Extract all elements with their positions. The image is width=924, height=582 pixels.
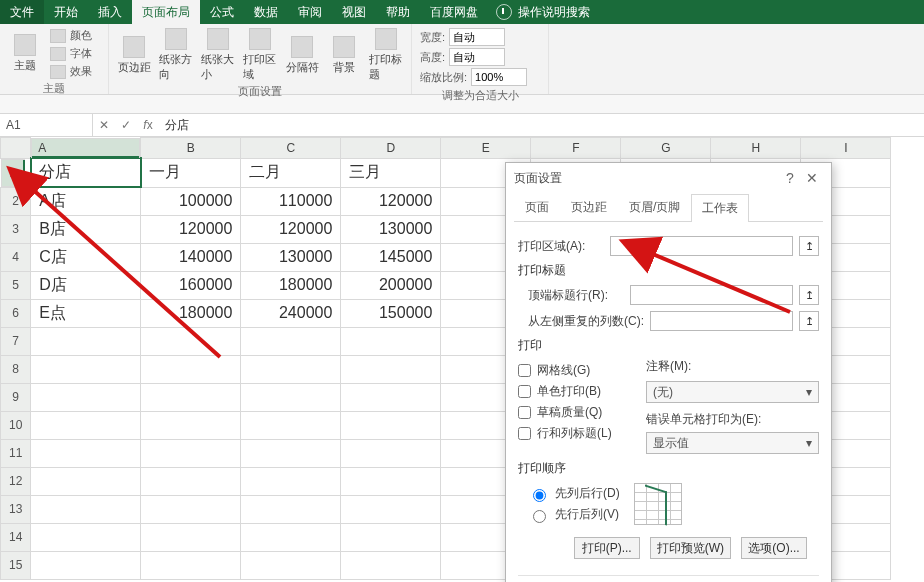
col-header-C[interactable]: C [241, 138, 341, 159]
col-header-I[interactable]: I [801, 138, 891, 159]
input-left-col[interactable] [650, 311, 793, 331]
cell[interactable] [341, 383, 441, 411]
cell[interactable]: 140000 [141, 243, 241, 271]
picker-print-area[interactable]: ↥ [799, 236, 819, 256]
fit-height[interactable]: 高度: [420, 48, 540, 66]
cell[interactable] [341, 495, 441, 523]
cell[interactable] [341, 411, 441, 439]
cell[interactable] [141, 355, 241, 383]
row-header[interactable]: 14 [1, 523, 31, 551]
cell[interactable] [241, 327, 341, 355]
cell[interactable]: 130000 [241, 243, 341, 271]
breaks-button[interactable]: 分隔符 [285, 36, 319, 75]
cell[interactable]: 110000 [241, 187, 341, 215]
tab-home[interactable]: 开始 [44, 0, 88, 24]
cell[interactable] [341, 439, 441, 467]
cell[interactable] [31, 467, 141, 495]
cell[interactable]: 三月 [341, 158, 441, 187]
picker-left-col[interactable]: ↥ [799, 311, 819, 331]
dlg-tab-header[interactable]: 页眉/页脚 [618, 193, 691, 221]
dialog-close-icon[interactable]: ✕ [801, 170, 823, 186]
input-top-row[interactable] [630, 285, 793, 305]
fit-height-input[interactable] [449, 48, 505, 66]
cell[interactable]: D店 [31, 271, 141, 299]
cell[interactable] [241, 467, 341, 495]
radio-down-over[interactable] [533, 489, 546, 502]
background-button[interactable]: 背景 [327, 36, 361, 75]
row-header[interactable]: 12 [1, 467, 31, 495]
cell[interactable]: 200000 [341, 271, 441, 299]
cell[interactable] [141, 327, 241, 355]
cell[interactable]: 120000 [341, 187, 441, 215]
cell[interactable] [31, 327, 141, 355]
tab-insert[interactable]: 插入 [88, 0, 132, 24]
cell[interactable] [341, 355, 441, 383]
col-header-G[interactable]: G [621, 138, 711, 159]
cell[interactable] [141, 495, 241, 523]
cell[interactable] [31, 551, 141, 579]
cell[interactable]: 100000 [141, 187, 241, 215]
cancel-fx-icon[interactable]: ✕ [93, 118, 115, 132]
enter-fx-icon[interactable]: ✓ [115, 118, 137, 132]
theme-fonts[interactable]: 字体 [50, 46, 92, 61]
row-header[interactable]: 3 [1, 215, 31, 243]
fit-width[interactable]: 宽度: [420, 28, 540, 46]
cell[interactable] [341, 467, 441, 495]
col-header-B[interactable]: B [141, 138, 241, 159]
cell[interactable] [241, 439, 341, 467]
row-header[interactable]: 4 [1, 243, 31, 271]
cell[interactable]: C店 [31, 243, 141, 271]
dialog-help-icon[interactable]: ? [779, 170, 801, 186]
tab-review[interactable]: 审阅 [288, 0, 332, 24]
theme-colors[interactable]: 颜色 [50, 28, 92, 43]
cell[interactable]: 130000 [341, 215, 441, 243]
themes-button[interactable]: 主题 [8, 34, 42, 73]
cell[interactable] [241, 551, 341, 579]
margins-button[interactable]: 页边距 [117, 36, 151, 75]
cb-draft[interactable] [518, 406, 531, 419]
cell[interactable]: 120000 [241, 215, 341, 243]
fit-width-input[interactable] [449, 28, 505, 46]
dlg-tab-sheet[interactable]: 工作表 [691, 194, 749, 222]
fit-scale[interactable]: 缩放比例: [420, 68, 540, 86]
col-header-F[interactable]: F [531, 138, 621, 159]
tab-data[interactable]: 数据 [244, 0, 288, 24]
cell[interactable]: 二月 [241, 158, 341, 187]
row-header[interactable]: 15 [1, 551, 31, 579]
formula-input[interactable]: 分店 [159, 114, 924, 136]
cell[interactable]: B店 [31, 215, 141, 243]
cell[interactable] [141, 523, 241, 551]
col-header-H[interactable]: H [711, 138, 801, 159]
select-all-corner[interactable] [1, 138, 31, 159]
cell[interactable]: A店 [31, 187, 141, 215]
tab-page-layout[interactable]: 页面布局 [132, 0, 200, 24]
cell[interactable]: 分店 [31, 158, 141, 187]
radio-over-down[interactable] [533, 510, 546, 523]
dlg-tab-margins[interactable]: 页边距 [560, 193, 618, 221]
cell[interactable]: 145000 [341, 243, 441, 271]
cell[interactable] [141, 439, 241, 467]
column-headers[interactable]: A B C D E F G H I [1, 138, 891, 159]
name-box[interactable]: A1 [0, 114, 93, 136]
cell[interactable]: 120000 [141, 215, 241, 243]
theme-effects[interactable]: 效果 [50, 64, 92, 79]
cell[interactable] [341, 551, 441, 579]
row-header[interactable]: 7 [1, 327, 31, 355]
cell[interactable] [31, 439, 141, 467]
cell[interactable]: 一月 [141, 158, 241, 187]
tab-baidu[interactable]: 百度网盘 [420, 0, 488, 24]
cell[interactable]: 180000 [141, 299, 241, 327]
cell[interactable]: 180000 [241, 271, 341, 299]
row-header[interactable]: 13 [1, 495, 31, 523]
btn-print[interactable]: 打印(P)... [574, 537, 640, 559]
row-header[interactable]: 9 [1, 383, 31, 411]
btn-preview[interactable]: 打印预览(W) [650, 537, 731, 559]
cb-rowcol[interactable] [518, 427, 531, 440]
cell[interactable]: 240000 [241, 299, 341, 327]
print-titles-button[interactable]: 打印标题 [369, 28, 403, 82]
cell[interactable] [141, 467, 241, 495]
cell[interactable]: 150000 [341, 299, 441, 327]
cell[interactable] [341, 523, 441, 551]
tab-help[interactable]: 帮助 [376, 0, 420, 24]
fit-scale-input[interactable] [471, 68, 527, 86]
